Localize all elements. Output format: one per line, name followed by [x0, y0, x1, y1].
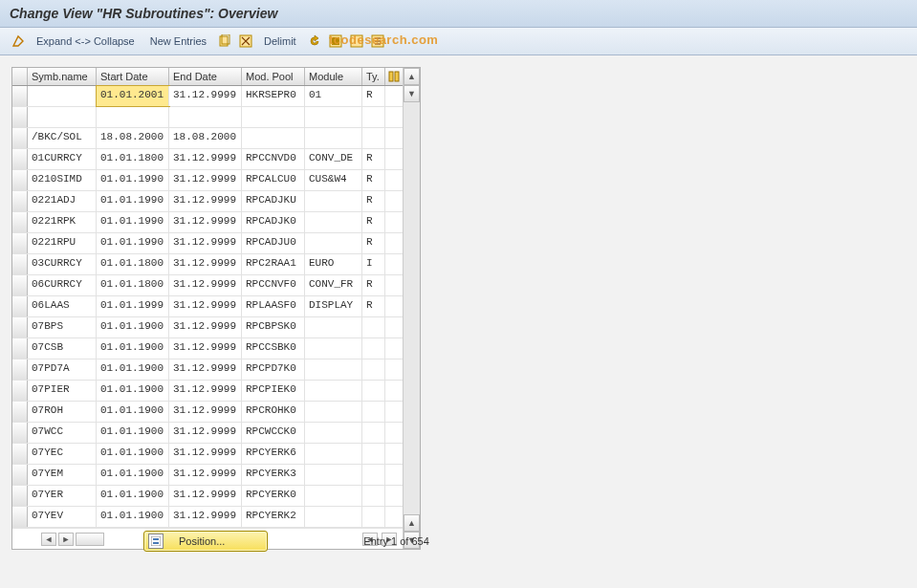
cell-start[interactable]: 01.01.1999 [97, 296, 169, 316]
cell-end[interactable]: 31.12.9999 [169, 338, 242, 359]
table-row[interactable]: 07ROH01.01.190031.12.9999RPCROHK0 [12, 402, 403, 423]
cell-mod[interactable]: RPCWCCK0 [242, 423, 305, 443]
cell-mod[interactable]: RPCYERK3 [242, 465, 305, 485]
cell-end[interactable]: 31.12.9999 [169, 86, 242, 106]
position-button[interactable]: Position... [143, 531, 268, 552]
cell-module[interactable] [305, 402, 362, 422]
cell-start[interactable]: 01.01.1990 [97, 191, 169, 211]
row-handle[interactable] [12, 507, 28, 527]
cell-module[interactable] [305, 486, 362, 506]
cell-mod[interactable]: RPCPD7K0 [242, 359, 305, 380]
cell-end[interactable]: 31.12.9999 [169, 254, 242, 274]
cell-mod[interactable] [242, 128, 305, 148]
table-row[interactable]: 03CURRCY01.01.180031.12.9999RPC2RAA1EURO… [12, 254, 403, 275]
row-handle[interactable] [12, 317, 28, 338]
table-row[interactable]: 07PD7A01.01.190031.12.9999RPCPD7K0 [12, 359, 403, 381]
vertical-scrollbar[interactable]: ▲ ▼ ▲ ▼ [403, 68, 420, 549]
cell-end[interactable] [169, 107, 242, 127]
scroll-up-bottom-icon[interactable]: ▲ [404, 514, 420, 532]
row-handle[interactable] [12, 233, 28, 253]
col-header-mod[interactable]: Mod. Pool [242, 68, 305, 85]
col-header-start[interactable]: Start Date [97, 68, 169, 85]
cell-mod[interactable]: RPCYERK2 [242, 507, 305, 527]
cell-mod[interactable]: RPLAASF0 [242, 296, 305, 316]
table-row[interactable] [12, 107, 403, 128]
cell-mod[interactable]: RPCADJKU [242, 191, 305, 211]
cell-module[interactable] [305, 444, 362, 464]
cell-ty[interactable] [362, 359, 385, 380]
cell-symb[interactable]: 07YEM [28, 465, 97, 485]
cell-symb[interactable]: 0210SIMD [28, 170, 97, 190]
table-row[interactable]: 07YER01.01.190031.12.9999RPCYERK0 [12, 486, 403, 507]
cell-module[interactable]: EURO [305, 254, 362, 274]
table-row[interactable]: 0221RPU01.01.199031.12.9999RPCADJU0R [12, 233, 403, 254]
cell-symb[interactable]: 07WCC [28, 423, 97, 443]
scroll-down-top-icon[interactable]: ▼ [404, 85, 420, 102]
col-header-ty[interactable]: Ty. [362, 68, 385, 85]
cell-symb[interactable]: /BKC/SOL [28, 128, 97, 148]
table-row[interactable]: 06LAAS01.01.199931.12.9999RPLAASF0DISPLA… [12, 296, 403, 317]
table-row[interactable]: 07WCC01.01.190031.12.9999RPCWCCK0 [12, 423, 403, 444]
cell-ty[interactable] [362, 486, 385, 506]
cell-start[interactable]: 01.01.1900 [97, 317, 169, 338]
cell-start[interactable]: 01.01.1900 [97, 338, 169, 359]
cell-mod[interactable]: RPCALCU0 [242, 170, 305, 190]
cell-mod[interactable]: RPCCNVD0 [242, 149, 305, 169]
cell-end[interactable]: 31.12.9999 [169, 402, 242, 422]
cell-end[interactable]: 31.12.9999 [169, 486, 242, 506]
table-row[interactable]: 07BPS01.01.190031.12.9999RPCBPSK0 [12, 317, 403, 338]
cell-symb[interactable]: 06CURRCY [28, 275, 97, 295]
cell-ty[interactable]: R [362, 275, 385, 295]
cell-start[interactable]: 01.01.1800 [97, 254, 169, 274]
delimit-button[interactable]: Delimit [258, 35, 302, 47]
row-handle[interactable] [12, 170, 28, 190]
table-row[interactable]: 06CURRCY01.01.180031.12.9999RPCCNVF0CONV… [12, 275, 403, 296]
new-entries-button[interactable]: New Entries [144, 35, 212, 47]
cell-start[interactable]: 01.01.1900 [97, 507, 169, 527]
cell-mod[interactable]: RPCADJK0 [242, 212, 305, 232]
variant-icon[interactable] [369, 33, 386, 50]
cell-start[interactable]: 01.01.1900 [97, 381, 169, 401]
table-row[interactable]: 0221ADJ01.01.199031.12.9999RPCADJKUR [12, 191, 403, 212]
cell-ty[interactable]: R [362, 149, 385, 169]
row-handle[interactable] [12, 191, 28, 211]
cell-mod[interactable]: RPCPIEK0 [242, 381, 305, 401]
row-handle[interactable] [12, 359, 28, 380]
cell-mod[interactable]: RPCADJU0 [242, 233, 305, 253]
copy-icon[interactable] [216, 33, 233, 50]
cell-ty[interactable] [362, 402, 385, 422]
cell-ty[interactable] [362, 381, 385, 401]
cell-start[interactable]: 01.01.1990 [97, 212, 169, 232]
cell-mod[interactable]: RPCCNVF0 [242, 275, 305, 295]
row-handle[interactable] [12, 275, 28, 295]
cell-module[interactable] [305, 359, 362, 380]
cell-symb[interactable]: 07PIER [28, 381, 97, 401]
cell-symb[interactable]: 06LAAS [28, 296, 97, 316]
table-row[interactable]: 07YEV01.01.190031.12.9999RPCYERK2 [12, 507, 403, 528]
cell-start[interactable]: 01.01.1800 [97, 275, 169, 295]
table-row[interactable]: 07PIER01.01.190031.12.9999RPCPIEK0 [12, 381, 403, 402]
cell-module[interactable] [305, 338, 362, 359]
cell-module[interactable] [305, 381, 362, 401]
cell-module[interactable]: CONV_DE [305, 149, 362, 169]
cell-ty[interactable]: R [362, 212, 385, 232]
cell-start[interactable]: 01.01.1990 [97, 170, 169, 190]
row-handle[interactable] [12, 296, 28, 316]
cell-end[interactable]: 31.12.9999 [169, 423, 242, 443]
cell-module[interactable] [305, 465, 362, 485]
row-handle[interactable] [12, 107, 28, 127]
table-row[interactable]: 0210SIMD01.01.199031.12.9999RPCALCU0CUS&… [12, 170, 403, 191]
select-all-handle[interactable] [12, 68, 28, 85]
delete-icon[interactable] [237, 33, 254, 50]
cell-mod[interactable]: RPC2RAA1 [242, 254, 305, 274]
cell-module[interactable]: 01 [305, 86, 362, 106]
cell-mod[interactable]: RPCROHK0 [242, 402, 305, 422]
cell-symb[interactable]: 07BPS [28, 317, 97, 338]
cell-ty[interactable] [362, 507, 385, 527]
cell-end[interactable]: 31.12.9999 [169, 275, 242, 295]
cell-end[interactable]: 31.12.9999 [169, 149, 242, 169]
cell-ty[interactable] [362, 423, 385, 443]
cell-end[interactable]: 31.12.9999 [169, 191, 242, 211]
row-handle[interactable] [12, 444, 28, 464]
row-handle[interactable] [12, 128, 28, 148]
